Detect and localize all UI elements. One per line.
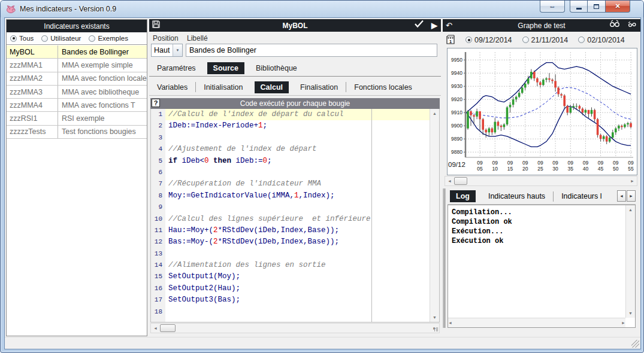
editor-vertical-scrollbar[interactable]: ▲ ▼: [430, 109, 439, 322]
tab-source[interactable]: Source: [207, 62, 244, 74]
editor-hscroll-thumb[interactable]: [160, 324, 176, 332]
scroll-up-icon[interactable]: ▲: [628, 205, 633, 214]
log-text: Compilation...Compilation okExécution...…: [448, 205, 625, 318]
scroll-right-icon[interactable]: ►: [621, 318, 625, 327]
close-button[interactable]: ✕: [605, 1, 630, 13]
code-line-16[interactable]: 16SetOutput2(Hau);: [151, 283, 439, 294]
chart-horizontal-scrollbar[interactable]: ◄ ►: [445, 176, 637, 186]
scroll-right-icon[interactable]: ►: [628, 179, 637, 183]
indicators-filter-group: TousUtilisateurExemples: [7, 32, 147, 45]
code-text: iDeb:=Index-Periode+1;: [165, 120, 439, 132]
code-line-15[interactable]: 15SetOutput1(Moy);: [151, 271, 439, 282]
play-icon[interactable]: ▶: [431, 20, 437, 31]
glasses-icon[interactable]: [609, 20, 620, 31]
position-dropdown[interactable]: Haut ▼: [151, 44, 183, 57]
code-line-7[interactable]: 7//Récupération de l'indicateur MMA: [151, 178, 439, 190]
code-section-title: Code exécuté pour chaque bougie: [240, 99, 350, 108]
maximize-button[interactable]: [588, 1, 605, 13]
code-line-18[interactable]: 18: [151, 306, 439, 318]
indicator-row-zzzMMA3[interactable]: zzzMMA3MMA avec bibliotheque: [7, 86, 147, 99]
app-icon-pig: [6, 5, 16, 14]
check-icon[interactable]: [414, 20, 424, 31]
binoculars-icon[interactable]: [627, 20, 637, 31]
code-line-1[interactable]: 1//Calcul de l'index de départ du calcul: [151, 109, 439, 120]
chevron-down-icon[interactable]: ▼: [173, 44, 182, 56]
undo-icon[interactable]: ↶: [446, 20, 452, 31]
indicator-description: RSI exemple: [58, 114, 147, 123]
save-icon[interactable]: [152, 20, 160, 31]
code-line-13[interactable]: 13: [151, 248, 439, 260]
tab-finalisation[interactable]: Finalisation: [292, 81, 346, 94]
code-line-14[interactable]: 14//Alimentation des lignes en sortie: [151, 260, 439, 271]
code-text: [165, 202, 439, 213]
indicator-name: zzzRSI1: [7, 112, 58, 124]
scroll-left-icon[interactable]: ◄: [448, 318, 452, 327]
indicator-row-zzzMMA2[interactable]: zzzMMA2MMA avec fonction locale: [7, 72, 147, 86]
code-line-2[interactable]: 2iDeb:=Index-Periode+1;: [151, 120, 439, 132]
app-window: Mes indicateurs - Version 0.9 ⇔ ✕ Indica…: [0, 0, 644, 353]
scroll-left-icon[interactable]: ◄: [445, 179, 454, 183]
date-radio-1[interactable]: 21/11/2014: [522, 36, 569, 44]
tab-variables[interactable]: Variables: [149, 81, 195, 94]
code-line-4[interactable]: 4//Ajustement de l'index de départ: [151, 144, 439, 155]
line-number: 16: [151, 283, 165, 294]
log-splitter-handle[interactable]: [443, 188, 446, 328]
log-vertical-scrollbar[interactable]: ▲ ▼: [625, 205, 635, 318]
indicator-row-zzzRSI1[interactable]: zzzRSI1RSI exemple: [7, 112, 147, 125]
svg-text:25: 25: [537, 166, 543, 172]
code-line-10[interactable]: 10//Calcul des lignes supérieure et infé…: [151, 214, 439, 225]
tab-fonctions-locales[interactable]: Fonctions locales: [346, 81, 420, 94]
log-tab-indicateurs-hauts[interactable]: Indicateurs hauts: [480, 190, 553, 203]
code-line-6[interactable]: 6: [151, 167, 439, 178]
indicator-row-zzzMMA4[interactable]: zzzMMA4MMA avec fonctions T: [7, 99, 147, 112]
tabs-scroll-right-button[interactable]: ►: [627, 190, 636, 202]
code-line-9[interactable]: 9: [151, 202, 439, 213]
code-line-12[interactable]: 12Bas:=Moy-(2*RStdDev(iDeb,Index,Base));: [151, 236, 439, 248]
tab-biblioth-que[interactable]: Bibliothèque: [248, 62, 305, 75]
filter-radio-0[interactable]: Tous: [10, 35, 34, 42]
code-editor[interactable]: 1//Calcul de l'index de départ du calcul…: [150, 109, 440, 322]
tab-calcul[interactable]: Calcul: [255, 81, 289, 93]
scroll-down-icon[interactable]: ▼: [628, 309, 633, 318]
chart-hscroll-thumb[interactable]: [454, 177, 467, 185]
filter-radio-1[interactable]: Utilisateur: [41, 35, 81, 42]
svg-text:35: 35: [568, 166, 574, 172]
date-radio-0[interactable]: 09/12/2014: [465, 36, 512, 44]
scroll-left-icon[interactable]: ◄: [151, 326, 160, 330]
code-text: SetOutput1(Moy);: [165, 271, 439, 282]
calendar-icon[interactable]: 1: [446, 35, 455, 45]
code-line-8[interactable]: 8Moy:=GetIndicatorValue(iMMA,1,Index);: [151, 190, 439, 202]
indicator-description: MMA avec fonctions T: [58, 101, 147, 109]
scroll-down-icon[interactable]: ▼: [433, 313, 437, 322]
svg-text:9930: 9930: [451, 83, 462, 89]
title-bar[interactable]: Mes indicateurs - Version 0.9 ⇔ ✕: [1, 1, 643, 17]
filter-radio-2[interactable]: Exemples: [89, 35, 128, 42]
code-line-3[interactable]: 3: [151, 132, 439, 144]
code-section-header: ? Code exécuté pour chaque bougie: [150, 98, 440, 109]
help-icon[interactable]: ?: [152, 99, 160, 107]
indicator-description: Bandes de Bollinger: [58, 48, 147, 56]
swap-arrows-button[interactable]: ⇔: [540, 1, 565, 13]
indicator-row-zzzzzTests[interactable]: zzzzzTestsTest fonctions bougies: [7, 126, 147, 139]
tab-initialisation[interactable]: Initialisation: [196, 81, 250, 94]
editor-horizontal-scrollbar[interactable]: ◄ ►: [150, 323, 440, 333]
resize-grip[interactable]: [631, 340, 639, 348]
indicator-row-MyBOL[interactable]: MyBOLBandes de Bollinger: [7, 45, 147, 59]
code-line-5[interactable]: 5if iDeb<0 then iDeb:=0;: [151, 156, 439, 167]
log-tab-log[interactable]: Log: [450, 190, 476, 202]
indicator-name: MyBOL: [7, 45, 58, 58]
date-radio-2[interactable]: 02/10/2014: [578, 36, 625, 44]
libelle-input[interactable]: [186, 44, 437, 57]
log-horizontal-scrollbar[interactable]: ◄ ►: [448, 318, 625, 327]
log-tab-indicateurs-l[interactable]: Indicateurs l: [554, 190, 609, 203]
code-text: //Calcul des lignes supérieure et inféri…: [165, 214, 439, 225]
code-text: SetOutput3(Bas);: [165, 294, 439, 306]
code-line-11[interactable]: 11Hau:=Moy+(2*RStdDev(iDeb,Index,Base));: [151, 225, 439, 236]
tabs-scroll-left-button[interactable]: ◄: [617, 190, 626, 202]
indicator-row-zzzMMA1[interactable]: zzzMMA1MMA exemple simple: [7, 59, 147, 72]
tab-param-tres[interactable]: Paramétres: [149, 62, 204, 75]
code-line-17[interactable]: 17SetOutput3(Bas);: [151, 294, 439, 306]
scroll-up-icon[interactable]: ▲: [433, 109, 437, 118]
minimize-button[interactable]: [570, 1, 588, 13]
svg-text:45: 45: [598, 166, 604, 172]
